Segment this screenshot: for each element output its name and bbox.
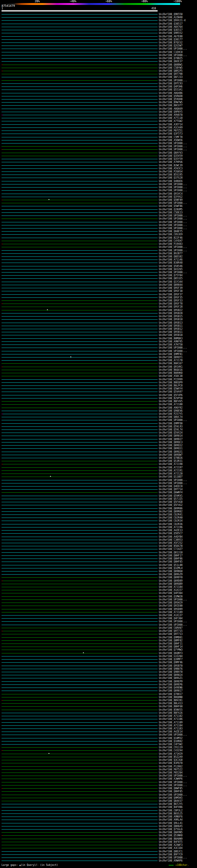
hit-label: UniRef100_A8Q669 [159, 107, 183, 110]
hit-line [2, 587, 158, 587]
hit-line [2, 319, 158, 320]
hit-row: UniRef100_A7J184 [0, 585, 197, 588]
hit-line [2, 706, 158, 707]
hit-label: UniRef100_C91119 [159, 746, 183, 749]
hit-label: UniRef100_C0JR36 [159, 523, 183, 526]
hit-line [2, 571, 158, 571]
hit-label: UniRef100_Q90EV6 [159, 409, 183, 412]
hit-row: UniRef100_C0P3L2 [0, 809, 197, 812]
hit-row: UniRef100_Q3E517 [0, 28, 197, 31]
hit-line [2, 537, 158, 537]
hit-row: UniRef100_A2ZW40 [0, 16, 197, 19]
hit-row: UniRef100_Q09GZ9 [0, 573, 197, 576]
hit-line [2, 168, 158, 169]
hit-row: UniRef100_Q08BW1 [0, 63, 197, 66]
hit-label: UniRef100_UPI000... [159, 246, 187, 248]
hit-label: UniRef100_Q8HF17 [159, 554, 183, 557]
hit-label: UniRef100_Q09GZ9 [159, 573, 183, 576]
hit-line [2, 181, 158, 181]
hit-line [2, 602, 158, 603]
hit-label: UniRef100_UPI000... [159, 224, 187, 227]
hit-label: UniRef100_P15999 [159, 378, 183, 381]
hit-label: UniRef100_A7J196 [159, 526, 183, 529]
hit-row: UniRef100_C38953 [0, 538, 197, 541]
hit-label: UniRef100_Q53NK8 [159, 834, 183, 837]
low-identity-tick [2, 304, 3, 304]
hit-label: UniRef100_Q5VL74 [159, 428, 183, 431]
hit-label: UniRef100_UPI000... [159, 479, 187, 482]
hit-line [2, 149, 158, 150]
footer-legend: Large gaps: ▲(in Query)/- (in Subject) =… [0, 864, 197, 867]
hit-label: UniRef100_Q9XXJ1-4 [159, 19, 186, 22]
hit-label: UniRef100_UPI000... [159, 202, 187, 205]
hit-row: UniRef100_Q553A1 [0, 88, 197, 91]
hit-line [2, 143, 158, 144]
hit-label: UniRef100_Q9SB20 [159, 312, 183, 315]
hit-row: UniRef100_A8X764 [0, 25, 197, 28]
hit-row: UniRef100_B4FVB6 [0, 805, 197, 809]
hit-row: UniRef100_UPI000... [0, 346, 197, 349]
hit-row: UniRef100_Q9MD01 [0, 636, 197, 639]
hit-row: UniRef100_Q9SF78 [0, 302, 197, 305]
hit-line [2, 373, 158, 373]
hit-line [2, 87, 158, 87]
hit-row: UniRef100_Q09024 [0, 673, 197, 677]
hit-line [2, 134, 158, 134]
hit-label: UniRef100_A71146 [159, 258, 183, 261]
hit-line [2, 262, 158, 263]
hit-row: UniRef100_UPI000... [0, 54, 197, 57]
blast-hit-overview: 20% ~40% ~60% ~80% ~100% 87541479 1 410 … [0, 0, 197, 868]
hit-line [2, 555, 158, 556]
hit-line [2, 458, 158, 458]
hit-label: UniRef100_Q8UC74 [159, 416, 183, 418]
hit-row: UniRef100_B5S195 [0, 173, 197, 176]
gap-marker-icon [48, 199, 50, 200]
hit-row: UniRef100_A2XWF3 [0, 843, 197, 846]
hit-row: UniRef100_UPI000... [0, 186, 197, 189]
hit-line [2, 417, 158, 417]
hit-line [2, 30, 158, 30]
low-identity-tick [2, 71, 3, 71]
hit-line [2, 146, 158, 147]
hit-label: UniRef100_Q9SB70 [159, 664, 183, 667]
hit-label: UniRef100_UPI000... [159, 774, 187, 777]
hit-label: UniRef100_A7J120 [159, 472, 183, 475]
hit-row: UniRef100_A7HPU6 [0, 160, 197, 163]
hit-line [2, 656, 158, 656]
hit-row: UniRef100_B0F4V5 [0, 400, 197, 403]
hit-label: UniRef100_Q09D89 [159, 580, 183, 582]
hit-row: UniRef100_P05204 [0, 771, 197, 774]
hit-line [2, 357, 158, 358]
hit-label: UniRef100_B8MQK3 [159, 337, 183, 340]
hit-label: UniRef100_UPI000... [159, 54, 187, 57]
hit-label: UniRef100_B38R48 [159, 261, 183, 264]
hit-row: UniRef100_B5DG78 [0, 545, 197, 548]
hit-row: UniRef100_Q35Y59 [0, 157, 197, 160]
hit-row: UniRef100_Q91VK1 [0, 365, 197, 368]
hit-row: UniRef100_Q9LL41 [0, 822, 197, 825]
hit-line [2, 647, 158, 647]
hit-label: UniRef100_Q09DY0 [159, 576, 183, 579]
hit-line [2, 247, 158, 247]
hit-label: UniRef100_A5F252 [159, 541, 183, 545]
hit-row: UniRef100_P257Y5 [0, 412, 197, 415]
hit-row: UniRef100_UPI000... [0, 145, 197, 148]
hit-label: UniRef100_Q9TC93 [159, 82, 183, 85]
hit-label: UniRef100_Q9M5K5 [159, 797, 183, 799]
hit-row: UniRef100_Q6QNY3 [0, 652, 197, 655]
hit-row: UniRef100_A5V3C3 [0, 167, 197, 170]
hit-label: UniRef100_Q9MF96 [159, 661, 183, 664]
hit-line [2, 773, 158, 773]
hit-line [2, 738, 158, 738]
hit-line [2, 203, 158, 203]
hit-label: UniRef100_A2ZW40 [159, 16, 183, 19]
hit-row: UniRef100_A8Q669 [0, 107, 197, 110]
hit-line [2, 162, 158, 162]
hit-row: UniRef100_UPI000... [0, 482, 197, 485]
hit-line [2, 621, 158, 622]
hit-label: UniRef100_C0P3L2 [159, 809, 183, 812]
hit-row: UniRef100_Q4P304 [0, 591, 197, 595]
hit-row: UniRef100_UPI000... [0, 227, 197, 230]
hit-row: UniRef100_Q2G5W7 [0, 44, 197, 47]
hit-line [2, 464, 158, 464]
